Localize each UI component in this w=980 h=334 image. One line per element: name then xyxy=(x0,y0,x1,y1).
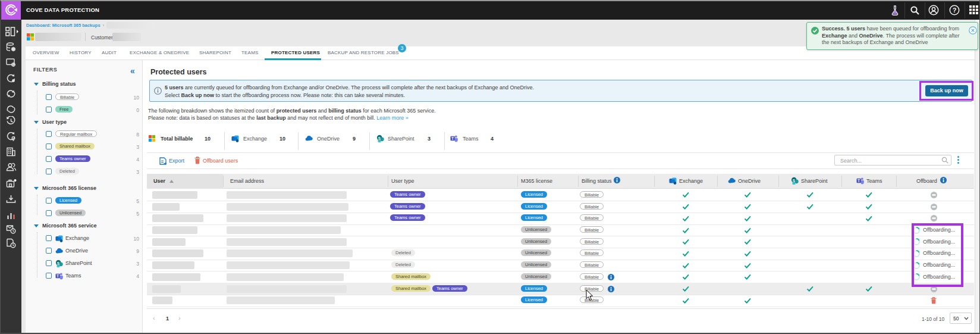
svg-text:?: ? xyxy=(953,7,957,14)
